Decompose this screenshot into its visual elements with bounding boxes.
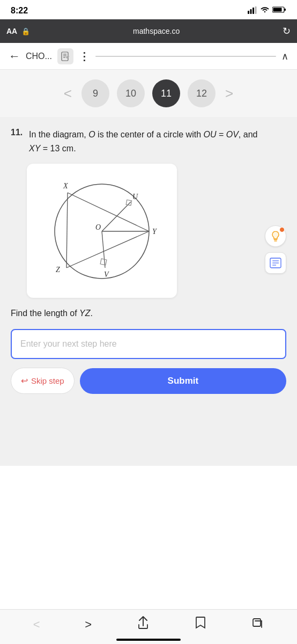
question-text-body: In the diagram, O is the center of a cir… [29, 128, 257, 155]
action-buttons: ↩ Skip step Submit [11, 368, 286, 394]
hint-dot [279, 227, 285, 232]
svg-rect-1 [250, 9, 252, 14]
battery-icon [272, 6, 286, 16]
svg-rect-6 [273, 8, 282, 12]
diagram-container: X U O Y V Z [27, 164, 177, 298]
skip-icon: ↩ [21, 376, 28, 386]
submit-label: Submit [168, 376, 199, 386]
find-text-2: . [91, 309, 93, 318]
question-eq2: = 13 cm. [40, 144, 76, 153]
question-10-button[interactable]: 10 [117, 79, 145, 107]
geometry-diagram: X U O Y V Z [35, 172, 168, 289]
home-indicator [116, 639, 181, 641]
svg-rect-2 [253, 8, 254, 14]
browser-forward-button[interactable]: > [85, 618, 92, 632]
status-time: 8:22 [11, 6, 28, 16]
browser-back-button[interactable]: < [33, 618, 40, 632]
answer-input[interactable] [11, 329, 286, 359]
skip-step-button[interactable]: ↩ Skip step [11, 368, 75, 394]
svg-rect-0 [248, 11, 249, 14]
question-eq: = [216, 130, 226, 139]
question-nav: < 9 10 11 12 > [0, 70, 297, 117]
input-area [11, 329, 286, 359]
find-length-text: Find the length of YZ. [11, 309, 286, 318]
next-question-arrow[interactable]: > [223, 85, 235, 102]
question-OV: OV [226, 130, 239, 139]
share-button[interactable] [137, 616, 150, 633]
skip-label: Skip step [31, 376, 64, 385]
question-text-2: is the center of a circle with [95, 130, 204, 139]
question-12-button[interactable]: 12 [188, 79, 216, 107]
svg-line-15 [102, 202, 131, 231]
more-options-button[interactable]: ⋮ [79, 50, 90, 63]
svg-text:X: X [63, 182, 68, 190]
question-text-3: , and [239, 130, 258, 139]
svg-line-16 [102, 231, 105, 268]
question-content: 11. In the diagram, O is the center of a… [11, 128, 286, 394]
back-button[interactable]: ← [9, 49, 20, 63]
svg-text:U: U [132, 193, 138, 201]
bookmarks-button[interactable] [195, 616, 206, 633]
refresh-icon[interactable]: ↻ [283, 25, 291, 37]
status-icons [248, 6, 286, 16]
prev-question-arrow[interactable]: < [62, 85, 74, 102]
find-text-1: Find the length of [11, 309, 79, 318]
nav-bar: ← CHO... ⋮ ∧ [0, 43, 297, 70]
svg-line-17 [66, 231, 149, 268]
progress-line [95, 56, 276, 57]
svg-rect-19 [126, 200, 131, 206]
svg-rect-18 [100, 259, 107, 265]
question-text-1: In the diagram, [29, 130, 88, 139]
question-9-button[interactable]: 9 [81, 79, 109, 107]
lock-icon: 🔒 [21, 27, 30, 35]
tabs-button[interactable] [251, 617, 264, 633]
browser-bar: AA 🔒 mathspace.co ↻ [0, 19, 297, 43]
svg-rect-5 [284, 9, 286, 11]
svg-rect-30 [253, 619, 261, 626]
browser-url: mathspace.co [34, 27, 278, 35]
svg-text:Z: Z [56, 266, 60, 274]
question-11-button[interactable]: 11 [152, 79, 180, 107]
find-YZ: YZ [79, 309, 90, 318]
svg-text:Y: Y [152, 228, 158, 236]
notes-button[interactable] [265, 252, 286, 274]
status-bar: 8:22 [0, 0, 297, 19]
question-XY: XY [29, 144, 40, 153]
hint-button[interactable] [265, 225, 286, 247]
signal-icon [248, 6, 257, 16]
question-area: 11. In the diagram, O is the center of a… [0, 117, 297, 466]
browser-aa[interactable]: AA [6, 27, 17, 35]
question-OU: OU [203, 130, 216, 139]
submit-button[interactable]: Submit [80, 368, 286, 394]
svg-text:O: O [95, 223, 101, 231]
question-header: 11. In the diagram, O is the center of a… [11, 128, 286, 155]
wifi-icon [260, 6, 270, 16]
collapse-button[interactable]: ∧ [281, 50, 288, 62]
svg-rect-3 [255, 6, 257, 14]
question-number: 11. [11, 128, 24, 137]
svg-line-13 [66, 193, 68, 268]
svg-text:V: V [104, 270, 109, 279]
question-O: O [88, 130, 95, 139]
nav-title: CHO... [26, 52, 52, 61]
note-icon-button[interactable] [57, 48, 73, 64]
side-tools [265, 225, 286, 274]
